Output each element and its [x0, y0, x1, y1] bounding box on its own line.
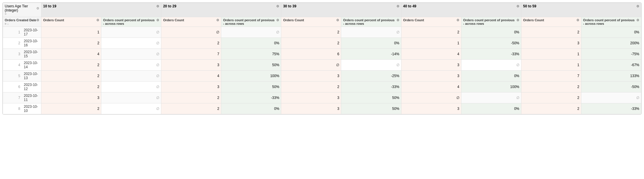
t3-pct-cell: ∅	[341, 60, 401, 71]
row-number: 8	[3, 103, 22, 114]
date-gear-icon[interactable]: ⚙	[36, 18, 39, 22]
tier-3039-header: 30 to 39 ⚙	[281, 3, 401, 17]
table-row: 2 2023-10-16 2 ∅ 2 0% 2 0% 1 -50% 3 200%	[3, 38, 641, 49]
t1-count-cell: 4	[41, 49, 101, 60]
t3-count-cell: 2	[281, 38, 341, 49]
row-number: 3	[3, 49, 22, 60]
t2-pct-cell: 75%	[221, 49, 281, 60]
t1-pct-cell: ∅	[101, 27, 161, 38]
t1-percent-label: Orders count percent of previous - acros…	[103, 18, 156, 25]
t2-count-cell: ∅	[161, 27, 221, 38]
tier-2029-gear-icon[interactable]: ⚙	[276, 4, 279, 8]
t4-orders-label: Orders Count	[403, 18, 424, 22]
t5-pct-cell: -75%	[581, 49, 641, 60]
tier-4049-gear-icon[interactable]: ⚙	[516, 4, 519, 8]
tier-5059-header: 50 to 59 ⚙	[521, 3, 641, 17]
t3-pct-cell: 50%	[341, 103, 401, 114]
t5-percent-gear[interactable]: ⚙	[636, 18, 639, 22]
t1-percent-gear[interactable]: ⚙	[156, 18, 159, 22]
t5-pct-cell: 0%	[581, 27, 641, 38]
t1-count-cell: 1	[41, 27, 101, 38]
t2-orders-header: Orders Count ⚙	[161, 17, 221, 27]
t3-percent-gear[interactable]: ⚙	[396, 18, 399, 22]
row-date: 2023-10-16	[22, 38, 41, 49]
t2-pct-cell: 100%	[221, 71, 281, 82]
t5-orders-gear[interactable]: ⚙	[576, 18, 579, 22]
t5-count-cell: 2	[521, 103, 581, 114]
t4-pct-cell: 0%	[461, 103, 521, 114]
date-col-label: Orders Created Date	[5, 18, 36, 22]
t2-count-cell: 4	[161, 71, 221, 82]
row-date: 2023-10-15	[22, 49, 41, 60]
t4-orders-gear[interactable]: ⚙	[456, 18, 459, 22]
t3-orders-header: Orders Count ⚙	[281, 17, 341, 27]
t1-pct-cell: ∅	[101, 38, 161, 49]
t3-count-cell: ∅	[281, 60, 341, 71]
row-date: 2023-10-13	[22, 71, 41, 82]
t1-count-cell: 2	[41, 71, 101, 82]
t2-count-cell: 3	[161, 60, 221, 71]
t1-pct-cell: ∅	[101, 71, 161, 82]
t2-count-cell: 3	[161, 82, 221, 92]
t2-percent-label: Orders count percent of previous - acros…	[223, 18, 276, 25]
t4-count-cell: 3	[401, 71, 461, 82]
t5-pct-cell: -33%	[581, 103, 641, 114]
row-number: 5	[3, 71, 22, 82]
t4-pct-cell: 0%	[461, 71, 521, 82]
t5-count-cell: 1	[521, 60, 581, 71]
t3-pct-cell: -25%	[341, 71, 401, 82]
dimension-label: Users Age Tier (Integer)	[5, 4, 36, 12]
t4-count-cell: 4	[401, 82, 461, 92]
t2-pct-cell: 0%	[221, 103, 281, 114]
t1-pct-cell: ∅	[101, 92, 161, 103]
tier-5059-gear-icon[interactable]: ⚙	[636, 4, 639, 8]
t1-count-cell: 2	[41, 82, 101, 92]
t2-orders-gear[interactable]: ⚙	[216, 18, 219, 22]
t3-count-cell: 3	[281, 71, 341, 82]
t5-count-cell: 2	[521, 92, 581, 103]
tier-1019-label: 10 to 19	[43, 4, 56, 8]
t1-percent-header: Orders count percent of previous - acros…	[101, 17, 161, 27]
tier-3039-gear-icon[interactable]: ⚙	[396, 4, 399, 8]
t3-pct-cell: -33%	[341, 82, 401, 92]
t2-pct-cell: 50%	[221, 82, 281, 92]
row-date: 2023-10-10	[22, 103, 41, 114]
t3-percent-header: Orders count percent of previous - acros…	[341, 17, 401, 27]
t4-count-cell: 3	[401, 103, 461, 114]
tier-4049-label: 40 to 49	[403, 4, 417, 8]
table-row: 4 2023-10-14 2 ∅ 3 50% ∅ ∅ 3 ∅ 1 -67%	[3, 60, 641, 71]
t4-pct-cell: ∅	[461, 60, 521, 71]
dimension-arrow: >	[5, 12, 6, 16]
pivot-table: Users Age Tier (Integer) ⚙ > 10 to 19 ⚙	[2, 2, 642, 115]
t4-pct-cell: -50%	[461, 38, 521, 49]
date-sort-icon[interactable]: ≡ ↓	[5, 22, 9, 25]
t4-pct-cell: ∅	[461, 92, 521, 103]
t3-count-cell: 2	[281, 82, 341, 92]
t5-count-cell: 2	[521, 82, 581, 92]
t4-percent-label: Orders count percent of previous - acros…	[463, 18, 516, 25]
t2-pct-cell: 50%	[221, 60, 281, 71]
t5-pct-cell: -50%	[581, 82, 641, 92]
row-date: 2023-10-17	[22, 27, 41, 38]
t3-pct-cell: 0%	[341, 38, 401, 49]
t1-count-cell: 2	[41, 38, 101, 49]
t4-percent-gear[interactable]: ⚙	[516, 18, 519, 22]
row-date: 2023-10-11	[22, 92, 41, 103]
t4-orders-header: Orders Count ⚙	[401, 17, 461, 27]
dimension-gear-icon[interactable]: ⚙	[36, 6, 39, 10]
tier-3039-label: 30 to 39	[283, 4, 296, 8]
table-row: 1 2023-10-17 1 ∅ ∅ ∅ 2 ∅ 2 0% 2 0%	[3, 27, 641, 38]
table-row: 6 2023-10-12 2 ∅ 3 50% 2 -33% 4 100% 2 -…	[3, 82, 641, 92]
row-number: 4	[3, 60, 22, 71]
t2-percent-gear[interactable]: ⚙	[276, 18, 279, 22]
row-number: 7	[3, 92, 22, 103]
table-row: 3 2023-10-15 4 ∅ 7 75% 6 -14% 4 -33% 1 -…	[3, 49, 641, 60]
t1-orders-gear[interactable]: ⚙	[96, 18, 99, 22]
t3-orders-gear[interactable]: ⚙	[336, 18, 339, 22]
t4-count-cell: 1	[401, 38, 461, 49]
t5-count-cell: 3	[521, 38, 581, 49]
tier-5059-label: 50 to 59	[523, 4, 536, 8]
t4-pct-cell: 100%	[461, 82, 521, 92]
tier-1019-gear-icon[interactable]: ⚙	[156, 4, 159, 8]
t1-orders-label: Orders Count	[43, 18, 64, 22]
